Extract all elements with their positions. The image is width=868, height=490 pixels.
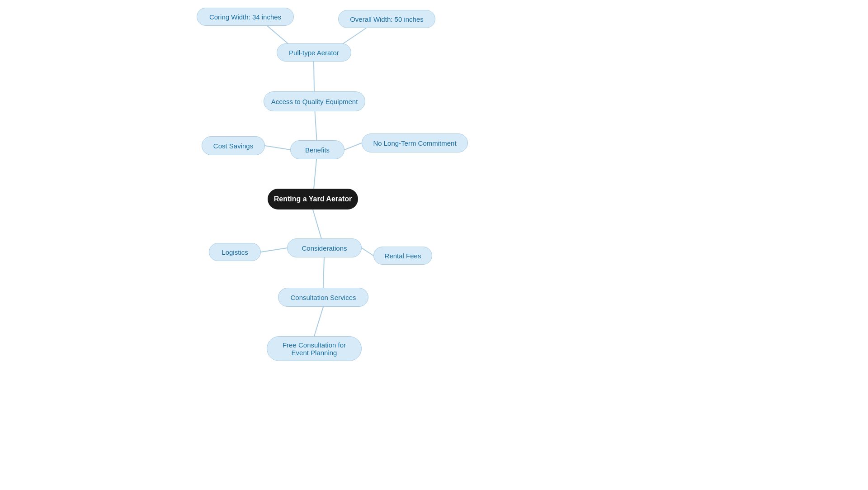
pull-type-node: Pull-type Aerator (277, 43, 351, 62)
svg-line-6 (344, 143, 362, 150)
coring-width-node: Coring Width: 34 inches (197, 8, 294, 26)
svg-line-10 (323, 257, 324, 288)
overall-width-node: Overall Width: 50 inches (338, 10, 435, 28)
considerations-node: Considerations (287, 238, 362, 257)
center-node: Renting a Yard Aerator (268, 189, 358, 209)
logistics-node: Logistics (209, 243, 261, 261)
svg-line-2 (314, 62, 314, 91)
no-longterm-node: No Long-Term Commitment (362, 133, 468, 152)
svg-line-9 (362, 248, 373, 256)
access-quality-node: Access to Quality Equipment (264, 91, 365, 111)
svg-line-11 (314, 307, 323, 336)
free-consultation-node: Free Consultation for Event Planning (267, 336, 362, 361)
svg-line-5 (265, 146, 290, 150)
consultation-services-node: Consultation Services (278, 288, 368, 307)
cost-savings-node: Cost Savings (202, 136, 265, 155)
svg-line-8 (261, 248, 287, 252)
rental-fees-node: Rental Fees (373, 247, 432, 265)
benefits-node: Benefits (290, 140, 344, 159)
